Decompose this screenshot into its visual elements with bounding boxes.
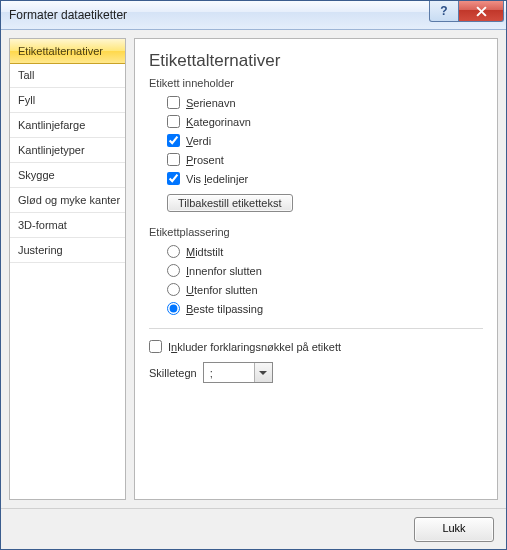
contains-label[interactable]: Vis ledelinjer: [186, 173, 248, 185]
chevron-down-icon: [254, 363, 272, 382]
close-icon: [476, 6, 487, 17]
include-legend-label[interactable]: Inkluder forklaringsnøkkel på etikett: [168, 341, 341, 353]
sidebar-item[interactable]: Justering: [10, 238, 125, 263]
radio-row: Midtstilt: [167, 242, 483, 261]
dialog-body: EtikettalternativerTallFyllKantlinjefarg…: [1, 30, 506, 508]
reset-label-text-button[interactable]: Tilbakestill etikettekst: [167, 194, 293, 212]
help-button[interactable]: ?: [429, 1, 459, 22]
separator-field-row: Skilletegn ;: [149, 362, 483, 383]
sidebar-item[interactable]: Kantlinjetyper: [10, 138, 125, 163]
sidebar-item[interactable]: Fyll: [10, 88, 125, 113]
placement-label[interactable]: Innenfor slutten: [186, 265, 262, 277]
dialog-footer: Lukk: [1, 508, 506, 549]
window-controls: ?: [429, 1, 504, 21]
titlebar: Formater dataetiketter ?: [1, 1, 506, 30]
placement-radio[interactable]: [167, 264, 180, 277]
sidebar-item[interactable]: Skygge: [10, 163, 125, 188]
separator-line: [149, 328, 483, 329]
contains-label[interactable]: Kategorinavn: [186, 116, 251, 128]
radio-row: Innenfor slutten: [167, 261, 483, 280]
checkbox-row: Verdi: [167, 131, 483, 150]
radio-row: Utenfor slutten: [167, 280, 483, 299]
placement-group-label: Etikettplassering: [149, 226, 483, 238]
placement-label[interactable]: Midtstilt: [186, 246, 223, 258]
placement-radio[interactable]: [167, 302, 180, 315]
contains-label[interactable]: Prosent: [186, 154, 224, 166]
checkbox-row: Serienavn: [167, 93, 483, 112]
window-title: Formater dataetiketter: [9, 8, 429, 22]
sidebar-item[interactable]: Glød og myke kanter: [10, 188, 125, 213]
checkbox-row: Kategorinavn: [167, 112, 483, 131]
category-sidebar: EtikettalternativerTallFyllKantlinjefarg…: [9, 38, 126, 500]
separator-select[interactable]: ;: [203, 362, 273, 383]
placement-label[interactable]: Beste tilpassing: [186, 303, 263, 315]
include-legend-checkbox[interactable]: [149, 340, 162, 353]
sidebar-item[interactable]: Kantlinjefarge: [10, 113, 125, 138]
placement-options: MidtstiltInnenfor sluttenUtenfor slutten…: [167, 242, 483, 318]
radio-row: Beste tilpassing: [167, 299, 483, 318]
placement-radio[interactable]: [167, 283, 180, 296]
placement-radio[interactable]: [167, 245, 180, 258]
contains-checkbox[interactable]: [167, 115, 180, 128]
contains-group-label: Etikett inneholder: [149, 77, 483, 89]
placement-label[interactable]: Utenfor slutten: [186, 284, 258, 296]
separator-value: ;: [210, 367, 213, 379]
contains-label[interactable]: Verdi: [186, 135, 211, 147]
sidebar-item[interactable]: 3D-format: [10, 213, 125, 238]
separator-label: Skilletegn: [149, 367, 197, 379]
contains-label[interactable]: Serienavn: [186, 97, 236, 109]
content-panel: Etikettalternativer Etikett inneholder S…: [134, 38, 498, 500]
include-legend-row: Inkluder forklaringsnøkkel på etikett: [149, 337, 483, 356]
contains-checkbox[interactable]: [167, 172, 180, 185]
checkbox-row: Vis ledelinjer: [167, 169, 483, 188]
contains-checkbox[interactable]: [167, 153, 180, 166]
window-close-button[interactable]: [459, 1, 504, 22]
panel-heading: Etikettalternativer: [149, 51, 483, 71]
sidebar-item[interactable]: Tall: [10, 63, 125, 88]
sidebar-item[interactable]: Etikettalternativer: [9, 38, 126, 64]
close-button[interactable]: Lukk: [414, 517, 494, 542]
contains-checkbox[interactable]: [167, 134, 180, 147]
contains-checkbox[interactable]: [167, 96, 180, 109]
help-icon: ?: [440, 4, 447, 18]
dialog-window: Formater dataetiketter ? Etikettalternat…: [0, 0, 507, 550]
checkbox-row: Prosent: [167, 150, 483, 169]
contains-options: SerienavnKategorinavnVerdiProsentVis led…: [167, 93, 483, 188]
